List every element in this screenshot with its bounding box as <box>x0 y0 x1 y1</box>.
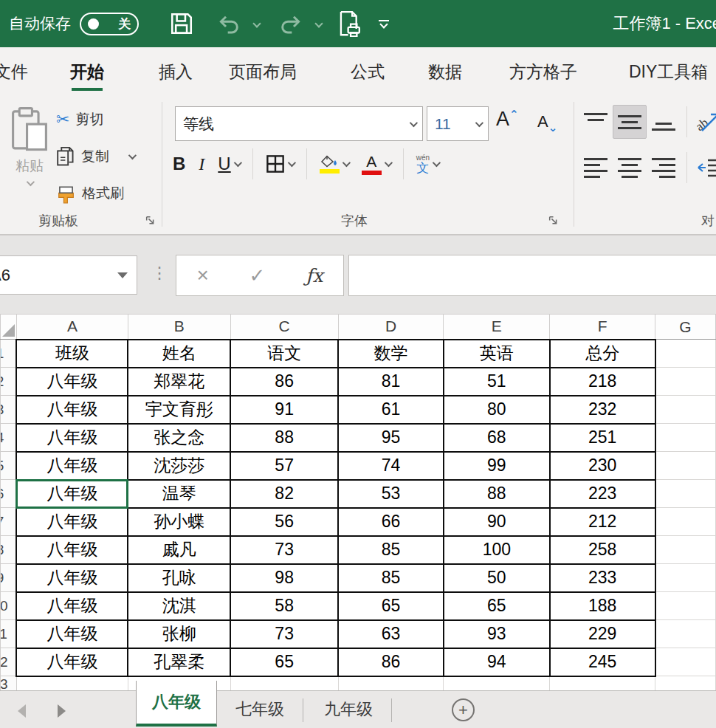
row-header-11[interactable]: 11 <box>1 620 17 648</box>
cell-B7[interactable]: 孙小蝶 <box>128 508 230 536</box>
cancel-button[interactable]: × <box>196 264 208 287</box>
cell-F7[interactable]: 212 <box>550 508 655 536</box>
cell-D8[interactable]: 85 <box>338 536 444 564</box>
cell-B5[interactable]: 沈莎莎 <box>128 452 230 480</box>
sheet-tab-2[interactable]: 七年级 <box>220 691 300 728</box>
cell-G13[interactable] <box>655 676 716 691</box>
cell-B3[interactable]: 宇文育彤 <box>128 396 230 424</box>
italic-button[interactable]: I <box>192 148 211 180</box>
cell-F3[interactable]: 232 <box>550 396 655 424</box>
name-box[interactable]: A6 <box>0 255 137 295</box>
cell-B2[interactable]: 郑翠花 <box>128 368 230 396</box>
cell-G6[interactable] <box>655 480 716 508</box>
row-header-3[interactable]: 3 <box>1 396 17 424</box>
cell-G10[interactable] <box>655 592 716 620</box>
cell-G1[interactable] <box>655 340 716 368</box>
column-header-B[interactable]: B <box>128 315 230 340</box>
cell-E1[interactable]: 英语 <box>444 340 550 368</box>
column-header-F[interactable]: F <box>550 315 655 340</box>
column-header-A[interactable]: A <box>16 315 128 340</box>
sheet-tab-3[interactable]: 九年级 <box>309 691 388 728</box>
cell-C5[interactable]: 57 <box>230 452 338 480</box>
autosave-toggle[interactable]: 自动保存 关 <box>9 0 139 47</box>
top-align-button[interactable] <box>579 105 613 139</box>
cell-D7[interactable]: 66 <box>338 508 444 536</box>
cell-D5[interactable]: 74 <box>338 452 444 480</box>
cell-E10[interactable]: 65 <box>444 592 550 620</box>
cell-F4[interactable]: 251 <box>550 424 655 452</box>
cell-G11[interactable] <box>655 620 716 648</box>
ribbon-tab-6[interactable]: 数据 <box>428 47 462 96</box>
row-header-7[interactable]: 7 <box>1 508 17 536</box>
font-name-combobox[interactable]: 等线 <box>175 106 423 141</box>
align-right-button[interactable] <box>647 151 681 185</box>
row-header-8[interactable]: 8 <box>1 536 17 564</box>
cell-C6[interactable]: 82 <box>230 480 338 508</box>
bold-button[interactable]: B <box>166 148 192 180</box>
cell-C9[interactable]: 98 <box>230 564 338 592</box>
column-header-C[interactable]: C <box>230 315 338 340</box>
cell-E8[interactable]: 100 <box>444 536 550 564</box>
cell-C11[interactable]: 73 <box>230 620 338 648</box>
ribbon-tab-2[interactable]: 开始 <box>70 47 104 96</box>
save-button[interactable] <box>164 0 199 47</box>
cell-D4[interactable]: 95 <box>338 424 444 452</box>
row-header-1[interactable]: 1 <box>1 340 17 368</box>
cell-B4[interactable]: 张之念 <box>128 424 230 452</box>
fill-color-button[interactable] <box>313 148 355 180</box>
undo-button[interactable] <box>213 0 245 47</box>
ribbon-tab-5[interactable]: 公式 <box>351 47 385 96</box>
cell-G12[interactable] <box>655 648 716 676</box>
cell-F8[interactable]: 258 <box>550 536 655 564</box>
new-sheet-button[interactable]: + <box>452 698 475 721</box>
column-header-D[interactable]: D <box>338 315 444 340</box>
cell-D9[interactable]: 85 <box>338 564 444 592</box>
cell-A2[interactable]: 八年级 <box>16 368 128 396</box>
cell-A4[interactable]: 八年级 <box>16 424 128 452</box>
cell-G4[interactable] <box>655 424 716 452</box>
cell-A5[interactable]: 八年级 <box>16 452 128 480</box>
orientation-button[interactable]: ab <box>693 106 716 138</box>
cell-C8[interactable]: 73 <box>230 536 338 564</box>
row-header-6[interactable]: 6 <box>1 480 17 508</box>
cell-C10[interactable]: 58 <box>230 592 338 620</box>
cell-B6[interactable]: 温琴 <box>128 480 230 508</box>
cell-F5[interactable]: 230 <box>550 452 655 480</box>
cell-D13[interactable] <box>338 676 444 691</box>
ribbon-tab-4[interactable]: 页面布局 <box>229 47 297 96</box>
cell-G8[interactable] <box>655 536 716 564</box>
ribbon-tab-1[interactable]: 文件 <box>0 47 28 96</box>
row-header-2[interactable]: 2 <box>1 368 17 396</box>
ribbon-tab-3[interactable]: 插入 <box>159 47 193 96</box>
select-all-corner[interactable] <box>1 315 17 340</box>
cell-E11[interactable]: 93 <box>444 620 550 648</box>
cell-G7[interactable] <box>655 508 716 536</box>
cut-button[interactable]: ✂ 剪切 <box>56 105 103 134</box>
cell-C3[interactable]: 91 <box>230 396 338 424</box>
cell-C7[interactable]: 56 <box>230 508 338 536</box>
copy-button[interactable]: 复制 <box>56 142 134 171</box>
cell-E6[interactable]: 88 <box>444 480 550 508</box>
clipboard-dialog-launcher[interactable] <box>145 215 155 228</box>
cell-D6[interactable]: 53 <box>338 480 444 508</box>
cell-B12[interactable]: 孔翠柔 <box>128 648 230 676</box>
cell-C12[interactable]: 65 <box>230 648 338 676</box>
cell-D11[interactable]: 63 <box>338 620 444 648</box>
cell-F2[interactable]: 218 <box>550 368 655 396</box>
formula-input[interactable] <box>348 255 716 296</box>
cell-D10[interactable]: 65 <box>338 592 444 620</box>
cell-E13[interactable] <box>444 676 550 691</box>
cell-A6[interactable]: 八年级 <box>16 480 128 508</box>
font-size-combobox[interactable]: 11 <box>427 106 489 141</box>
redo-dropdown[interactable] <box>310 0 328 47</box>
customize-quick-access-toolbar-button[interactable] <box>371 0 397 47</box>
cell-A1[interactable]: 班级 <box>16 340 128 368</box>
cell-C13[interactable] <box>230 676 338 691</box>
underline-button[interactable]: U <box>211 148 246 180</box>
name-box-dropdown-icon[interactable] <box>117 272 128 278</box>
next-sheet-button[interactable] <box>58 704 66 718</box>
paste-button[interactable]: 粘贴 <box>3 102 56 210</box>
undo-dropdown[interactable] <box>248 0 266 47</box>
cell-E9[interactable]: 50 <box>444 564 550 592</box>
cell-C4[interactable]: 88 <box>230 424 338 452</box>
